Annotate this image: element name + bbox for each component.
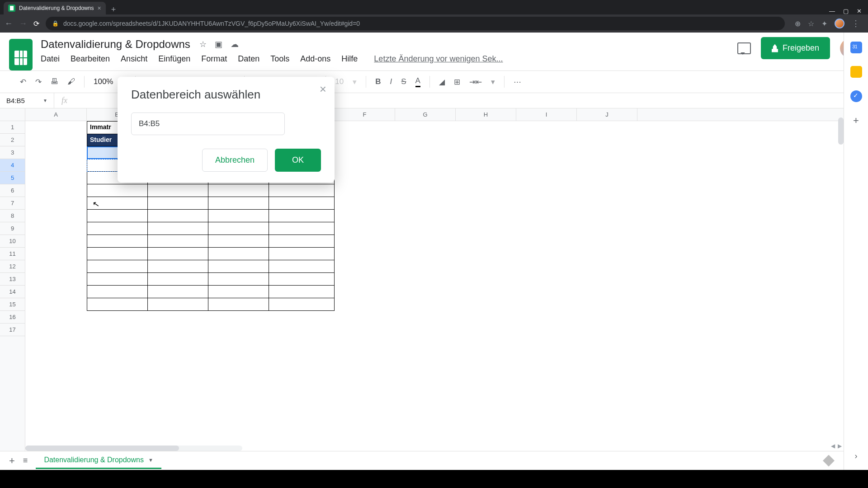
sheet-tab-bar: + ≡ Datenvalidierung & Dropdowns ▼ xyxy=(0,451,844,470)
row-header-5[interactable]: 5 xyxy=(0,172,25,184)
sheets-favicon xyxy=(8,5,15,12)
row-header-15[interactable]: 15 xyxy=(0,298,25,311)
row-header-13[interactable]: 13 xyxy=(0,273,25,286)
add-addon-icon[interactable]: + xyxy=(853,115,859,127)
keep-icon[interactable] xyxy=(850,66,862,78)
row-header-1[interactable]: 1 xyxy=(0,121,25,134)
menu-format[interactable]: Format xyxy=(201,54,227,64)
row-header-10[interactable]: 10 xyxy=(0,235,25,248)
menu-help[interactable]: Hilfe xyxy=(341,54,358,64)
profile-avatar-icon[interactable] xyxy=(835,19,844,28)
col-header-j[interactable]: J xyxy=(577,108,637,121)
star-doc-icon[interactable]: ☆ xyxy=(199,39,207,49)
menu-insert[interactable]: Einfügen xyxy=(158,54,190,64)
menu-addons[interactable]: Add-ons xyxy=(300,54,330,64)
dialog-close-icon[interactable]: × xyxy=(320,82,326,96)
share-button-label: Freigeben xyxy=(783,43,819,53)
redo-icon[interactable]: ↷ xyxy=(35,77,42,87)
name-box-value: B4:B5 xyxy=(6,97,25,104)
close-window-icon[interactable]: ✕ xyxy=(857,8,862,14)
minimize-icon[interactable]: — xyxy=(829,8,835,14)
horizontal-scrollbar[interactable] xyxy=(25,446,242,451)
forward-icon[interactable]: → xyxy=(19,19,27,28)
italic-icon[interactable]: I xyxy=(390,77,392,86)
tab-title: Datenvalidierung & Dropdowns xyxy=(19,5,94,11)
zoom-icon[interactable]: ⊕ xyxy=(795,19,801,28)
more-toolbar-icon[interactable]: ⋯ xyxy=(514,77,521,87)
menu-edit[interactable]: Bearbeiten xyxy=(71,54,110,64)
print-icon[interactable]: 🖶 xyxy=(51,77,58,86)
font-size-select[interactable]: 10 xyxy=(335,77,344,86)
vertical-scrollbar[interactable] xyxy=(838,117,844,145)
merge-cells-icon[interactable]: ⇥⇤ xyxy=(469,77,482,87)
sheets-logo-icon[interactable] xyxy=(9,39,33,70)
cancel-button[interactable]: Abbrechen xyxy=(202,149,268,172)
row-header-6[interactable]: 6 xyxy=(0,184,25,197)
row-header-3[interactable]: 3 xyxy=(0,146,25,159)
zoom-select[interactable]: 100% xyxy=(94,77,113,86)
new-tab-button[interactable]: + xyxy=(106,5,122,14)
extensions-icon[interactable]: ✦ xyxy=(821,19,827,28)
col-header-i[interactable]: I xyxy=(516,108,577,121)
col-header-a[interactable]: A xyxy=(25,108,87,121)
row-header-2[interactable]: 2 xyxy=(0,134,25,146)
row-header-17[interactable]: 17 xyxy=(0,324,25,336)
hide-sidepanel-icon[interactable]: › xyxy=(855,451,858,461)
menu-bar: Datei Bearbeiten Ansicht Einfügen Format… xyxy=(39,54,731,64)
add-sheet-button[interactable]: + xyxy=(9,455,15,467)
browser-menu-icon[interactable]: ⋮ xyxy=(852,19,860,28)
namebox-dropdown-icon[interactable]: ▼ xyxy=(43,98,47,103)
select-data-range-dialog: × Datenbereich auswählen Abbrechen OK xyxy=(118,77,335,183)
row-header-8[interactable]: 8 xyxy=(0,210,25,222)
row-header-16[interactable]: 16 xyxy=(0,311,25,324)
undo-icon[interactable]: ↶ xyxy=(20,77,26,87)
col-header-f[interactable]: F xyxy=(335,108,395,121)
star-icon[interactable]: ☆ xyxy=(808,19,814,28)
share-button[interactable]: Freigeben xyxy=(761,37,830,59)
fx-icon: fx xyxy=(54,96,75,105)
cloud-status-icon[interactable]: ☁ xyxy=(231,39,239,49)
close-tab-icon[interactable]: × xyxy=(97,5,101,12)
col-header-g[interactable]: G xyxy=(395,108,456,121)
menu-view[interactable]: Ansicht xyxy=(121,54,147,64)
sheet-tab-active[interactable]: Datenvalidierung & Dropdowns ▼ xyxy=(36,452,161,469)
row-header-14[interactable]: 14 xyxy=(0,286,25,298)
sheet-nav-arrows[interactable]: ◀▶ xyxy=(831,443,842,449)
comments-icon[interactable] xyxy=(737,42,751,54)
menu-data[interactable]: Daten xyxy=(238,54,259,64)
tasks-icon[interactable] xyxy=(850,90,862,102)
range-input[interactable] xyxy=(131,113,285,135)
bold-icon[interactable]: B xyxy=(375,77,381,86)
ok-button[interactable]: OK xyxy=(275,149,321,172)
reload-icon[interactable]: ⟳ xyxy=(33,19,39,28)
row-headers: 1 2 3 4 5 6 7 8 9 10 11 12 13 14 15 16 1… xyxy=(0,108,25,470)
all-sheets-button[interactable]: ≡ xyxy=(23,456,28,465)
row-header-7[interactable]: 7 xyxy=(0,197,25,210)
menu-file[interactable]: Datei xyxy=(41,54,60,64)
move-doc-icon[interactable]: ▣ xyxy=(215,39,222,49)
document-title[interactable]: Datenvalidierung & Dropdowns xyxy=(39,37,192,52)
back-icon[interactable]: ← xyxy=(5,19,13,28)
last-edit-link[interactable]: Letzte Änderung vor wenigen Sek... xyxy=(374,54,503,64)
row-header-4[interactable]: 4 xyxy=(0,159,25,172)
row-header-12[interactable]: 12 xyxy=(0,260,25,273)
url-input[interactable]: 🔒 docs.google.com/spreadsheets/d/1JKUDAN… xyxy=(46,17,785,30)
sheet-tab-label: Datenvalidierung & Dropdowns xyxy=(44,456,144,464)
borders-icon[interactable]: ⊞ xyxy=(454,77,460,87)
text-color-icon[interactable]: A xyxy=(415,76,420,87)
browser-tab[interactable]: Datenvalidierung & Dropdowns × xyxy=(4,2,106,14)
maximize-icon[interactable]: ▢ xyxy=(843,8,849,14)
row-header-11[interactable]: 11 xyxy=(0,248,25,260)
calendar-icon[interactable] xyxy=(850,42,862,53)
explore-icon[interactable] xyxy=(823,455,835,467)
address-bar: ← → ⟳ 🔒 docs.google.com/spreadsheets/d/1… xyxy=(0,14,868,33)
strikethrough-icon[interactable]: S xyxy=(401,77,406,86)
name-box[interactable]: B4:B5 ▼ xyxy=(0,93,54,108)
side-panel: + › xyxy=(844,33,868,470)
paint-format-icon[interactable]: 🖌 xyxy=(67,77,75,86)
menu-tools[interactable]: Tools xyxy=(270,54,289,64)
row-header-9[interactable]: 9 xyxy=(0,222,25,235)
col-header-h[interactable]: H xyxy=(456,108,516,121)
sheet-tab-menu-icon[interactable]: ▼ xyxy=(148,457,153,463)
fill-color-icon[interactable]: ◢ xyxy=(439,77,445,87)
